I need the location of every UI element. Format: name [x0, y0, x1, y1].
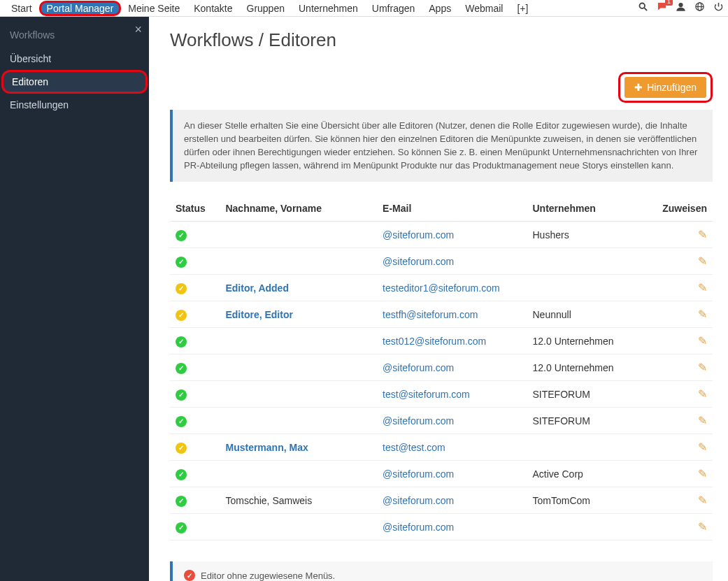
edit-icon[interactable]: ✎	[698, 468, 707, 480]
email-link[interactable]: @siteforum.com	[383, 229, 454, 241]
sidebar-item-einstellungen[interactable]: Einstellungen	[0, 94, 149, 116]
cell-company	[527, 434, 649, 461]
email-link[interactable]: test@test.com	[383, 442, 445, 453]
cell-assign: ✎	[648, 248, 713, 275]
add-button-label: Hinzufügen	[647, 82, 697, 93]
svg-point-0	[640, 3, 645, 9]
main-content: Workflows / Editoren ✚ Hinzufügen An die…	[149, 17, 728, 581]
add-button[interactable]: ✚ Hinzufügen	[624, 77, 706, 98]
notifications-icon[interactable]: 1	[657, 1, 667, 15]
email-link[interactable]: @siteforum.com	[383, 415, 454, 426]
email-link[interactable]: test@siteforum.com	[383, 389, 470, 400]
edit-icon[interactable]: ✎	[698, 415, 707, 426]
topnav-item-portal-manager[interactable]: Portal Manager	[39, 1, 122, 16]
topnav-item-start[interactable]: Start	[4, 1, 39, 15]
edit-icon[interactable]: ✎	[698, 494, 707, 506]
email-link[interactable]: @siteforum.com	[383, 495, 454, 506]
cell-company: Active Corp	[527, 461, 649, 487]
globe-icon[interactable]	[694, 1, 705, 15]
email-link[interactable]: testfh@siteforum.com	[383, 309, 478, 320]
email-link[interactable]: testeditor1@siteforum.com	[383, 282, 500, 294]
name-link[interactable]: Editore, Editor	[225, 309, 292, 320]
topnav-item-apps[interactable]: Apps	[422, 1, 458, 15]
table-row: ✓@siteforum.com✎	[170, 248, 713, 275]
topnav-item-umfragen[interactable]: Umfragen	[365, 1, 422, 15]
legend-row: ✓Editor ohne zugewiesene Menüs.	[184, 570, 701, 581]
close-icon[interactable]: ×	[134, 22, 142, 37]
edit-icon[interactable]: ✎	[698, 308, 707, 320]
search-icon[interactable]	[638, 1, 648, 15]
edit-icon[interactable]: ✎	[698, 335, 707, 347]
status-green-icon: ✓	[176, 336, 187, 347]
layout: × Workflows ÜbersichtEditorenEinstellung…	[0, 17, 728, 581]
sidebar-item--bersicht[interactable]: Übersicht	[0, 48, 149, 70]
name-link[interactable]: Mustermann, Max	[225, 442, 308, 453]
th-email: E-Mail	[377, 196, 527, 222]
cell-assign: ✎	[648, 275, 713, 301]
cell-name	[220, 514, 377, 540]
th-company: Unternehmen	[527, 196, 649, 222]
cell-assign: ✎	[648, 514, 713, 540]
cell-email: testfh@siteforum.com	[377, 301, 527, 328]
svg-line-1	[644, 8, 647, 10]
power-icon[interactable]	[713, 1, 724, 15]
email-link[interactable]: test012@siteforum.com	[383, 336, 486, 347]
status-green-icon: ✓	[176, 522, 187, 533]
edit-icon[interactable]: ✎	[698, 361, 707, 373]
cell-email: test@siteforum.com	[377, 381, 527, 408]
page-title: Workflows / Editoren	[170, 29, 713, 51]
edit-icon[interactable]: ✎	[698, 388, 707, 400]
cell-assign: ✎	[648, 434, 713, 461]
cell-assign: ✎	[648, 301, 713, 328]
email-link[interactable]: @siteforum.com	[383, 362, 454, 373]
cell-status: ✓	[170, 301, 220, 328]
top-nav: StartPortal ManagerMeine SeiteKontakteGr…	[0, 0, 728, 17]
cell-company: SITEFORUM	[527, 381, 649, 408]
cell-status: ✓	[170, 328, 220, 354]
cell-status: ✓	[170, 514, 220, 540]
add-button-highlight: ✚ Hinzufügen	[618, 72, 713, 103]
email-link[interactable]: @siteforum.com	[383, 256, 454, 267]
cell-name	[220, 381, 377, 408]
table-row: ✓@siteforum.comActive Corp✎	[170, 461, 713, 487]
edit-icon[interactable]: ✎	[698, 255, 707, 267]
email-link[interactable]: @siteforum.com	[383, 522, 454, 533]
status-green-icon: ✓	[176, 389, 187, 401]
edit-icon[interactable]: ✎	[698, 521, 707, 533]
cell-email: test012@siteforum.com	[377, 328, 527, 354]
sidebar: × Workflows ÜbersichtEditorenEinstellung…	[0, 17, 149, 581]
user-icon[interactable]	[676, 1, 686, 15]
cell-company: 12.0 Unternehmen	[527, 354, 649, 381]
editors-table: Status Nachname, Vorname E-Mail Unterneh…	[170, 196, 713, 540]
topnav-item--[interactable]: [+]	[510, 1, 535, 15]
top-nav-right: 1	[638, 1, 724, 15]
edit-icon[interactable]: ✎	[698, 441, 707, 453]
name-link[interactable]: Editor, Added	[225, 282, 288, 294]
status-green-icon: ✓	[176, 257, 187, 268]
svg-point-2	[678, 3, 683, 7]
cell-email: test@test.com	[377, 434, 527, 461]
cell-company: 12.0 Unternehmen	[527, 328, 649, 354]
topnav-item-unternehmen[interactable]: Unternehmen	[292, 1, 365, 15]
topnav-item-webmail[interactable]: Webmail	[458, 1, 510, 15]
cell-status: ✓	[170, 487, 220, 514]
table-row: ✓Editore, Editortestfh@siteforum.comNeun…	[170, 301, 713, 328]
cell-name	[220, 248, 377, 275]
cell-name	[220, 354, 377, 381]
status-green-icon: ✓	[176, 416, 187, 427]
table-row: ✓Tomschie, Samweis@siteforum.comTomTomCo…	[170, 487, 713, 514]
cell-assign: ✎	[648, 487, 713, 514]
status-green-icon: ✓	[176, 496, 187, 507]
info-box: An dieser Stelle erhalten Sie eine Übers…	[170, 110, 713, 182]
cell-status: ✓	[170, 275, 220, 301]
cell-assign: ✎	[648, 408, 713, 434]
topnav-item-kontakte[interactable]: Kontakte	[187, 1, 239, 15]
cell-assign: ✎	[648, 328, 713, 354]
sidebar-item-editoren[interactable]: Editoren	[1, 70, 148, 94]
topnav-item-gruppen[interactable]: Gruppen	[240, 1, 292, 15]
topnav-item-meine-seite[interactable]: Meine Seite	[121, 1, 187, 15]
email-link[interactable]: @siteforum.com	[383, 468, 454, 480]
edit-icon[interactable]: ✎	[698, 282, 707, 294]
cell-name: Editor, Added	[220, 275, 377, 301]
edit-icon[interactable]: ✎	[698, 229, 707, 241]
